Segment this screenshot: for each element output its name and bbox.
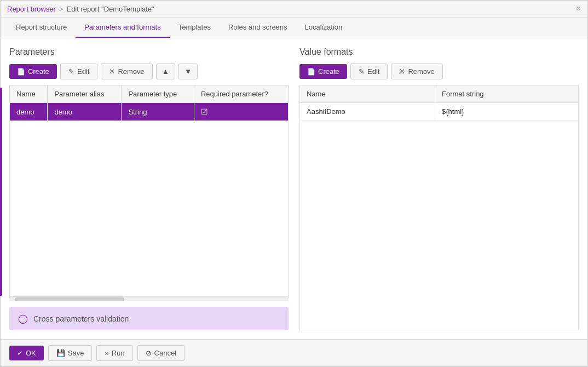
formats-col-name: Name <box>300 85 435 103</box>
parameters-remove-button[interactable]: ✕ Remove <box>101 64 152 79</box>
parameters-down-button[interactable]: ▼ <box>178 64 198 79</box>
formats-edit-button[interactable]: ✎ Edit <box>350 64 388 79</box>
cancel-icon: ⊘ <box>146 349 152 357</box>
col-name: Name <box>10 85 48 103</box>
parameters-table-container: Name Parameter alias Parameter type Requ… <box>9 85 289 297</box>
edit-icon: ✎ <box>68 67 74 76</box>
parameters-title: Parameters <box>9 47 289 57</box>
formats-create-doc-icon: 📄 <box>307 68 315 76</box>
col-type: Parameter type <box>122 85 194 103</box>
create-doc-icon: 📄 <box>17 68 25 76</box>
table-row[interactable]: AashifDemo ${html} <box>300 103 578 121</box>
formats-col-format: Format string <box>435 85 578 103</box>
breadcrumb-separator: > <box>59 5 64 13</box>
formats-remove-button[interactable]: ✕ Remove <box>391 64 442 79</box>
left-accent <box>1 88 2 296</box>
param-required: ☑ <box>194 103 288 121</box>
param-type: String <box>122 103 194 121</box>
format-string: ${html} <box>435 103 578 121</box>
title-bar-breadcrumb: Report browser > Edit report "DemoTempla… <box>7 5 154 13</box>
cancel-button[interactable]: ⊘ Cancel <box>137 345 185 361</box>
title-bar: Report browser > Edit report "DemoTempla… <box>1 1 587 18</box>
required-checkmark: ☑ <box>201 107 208 116</box>
formats-edit-icon: ✎ <box>359 67 365 76</box>
parameters-panel: Parameters 📄 Create ✎ Edit ✕ Remove ▲ ▼ <box>9 47 289 330</box>
cross-params-icon: ◯ <box>18 313 28 324</box>
close-icon[interactable]: × <box>576 4 581 14</box>
parameters-scrollbar[interactable] <box>9 297 289 301</box>
col-alias: Parameter alias <box>48 85 122 103</box>
remove-icon: ✕ <box>109 67 115 76</box>
parameters-create-button[interactable]: 📄 Create <box>9 64 57 79</box>
breadcrumb-current: Edit report "DemoTemplate" <box>66 5 154 13</box>
parameters-table-header: Name Parameter alias Parameter type Requ… <box>10 85 288 103</box>
run-icon: » <box>105 349 108 357</box>
save-button[interactable]: 💾 Save <box>48 345 93 361</box>
tab-roles-screens[interactable]: Roles and screens <box>220 18 296 38</box>
breadcrumb-root[interactable]: Report browser <box>7 5 56 13</box>
formats-table: Name Format string AashifDemo ${html} <box>300 85 578 121</box>
table-row[interactable]: demo demo String ☑ <box>10 103 288 121</box>
param-alias: demo <box>48 103 122 121</box>
value-formats-toolbar: 📄 Create ✎ Edit ✕ Remove <box>299 64 579 79</box>
formats-create-button[interactable]: 📄 Create <box>299 64 347 79</box>
run-button[interactable]: » Run <box>96 345 132 361</box>
ok-button[interactable]: ✓ OK <box>9 346 44 360</box>
param-name: demo <box>10 103 48 121</box>
ok-icon: ✓ <box>17 349 23 357</box>
main-window: Report browser > Edit report "DemoTempla… <box>0 0 588 367</box>
col-required: Required parameter? <box>194 85 288 103</box>
cross-params-section[interactable]: ◯ Cross parameters validation <box>9 307 289 330</box>
formats-remove-icon: ✕ <box>399 67 405 76</box>
footer: ✓ OK 💾 Save » Run ⊘ Cancel <box>1 339 587 366</box>
tab-templates[interactable]: Templates <box>170 18 220 38</box>
parameters-toolbar: 📄 Create ✎ Edit ✕ Remove ▲ ▼ <box>9 64 289 79</box>
formats-table-container: Name Format string AashifDemo ${html} <box>299 85 579 330</box>
parameters-up-button[interactable]: ▲ <box>156 64 175 79</box>
tab-bar: Report structure Parameters and formats … <box>1 18 587 38</box>
save-icon: 💾 <box>56 349 65 357</box>
scrollbar-thumb <box>15 297 124 301</box>
cross-params-label: Cross parameters validation <box>33 314 129 323</box>
tab-localization[interactable]: Localization <box>296 18 351 38</box>
tab-parameters-formats[interactable]: Parameters and formats <box>76 18 169 38</box>
content-area: Parameters 📄 Create ✎ Edit ✕ Remove ▲ ▼ <box>1 38 587 339</box>
parameters-table: Name Parameter alias Parameter type Requ… <box>10 85 288 121</box>
value-formats-panel: Value formats 📄 Create ✎ Edit ✕ Remove <box>299 47 579 330</box>
parameters-edit-button[interactable]: ✎ Edit <box>60 64 97 79</box>
formats-table-header: Name Format string <box>300 85 578 103</box>
tab-report-structure[interactable]: Report structure <box>7 18 76 38</box>
value-formats-title: Value formats <box>299 47 579 57</box>
format-name: AashifDemo <box>300 103 435 121</box>
